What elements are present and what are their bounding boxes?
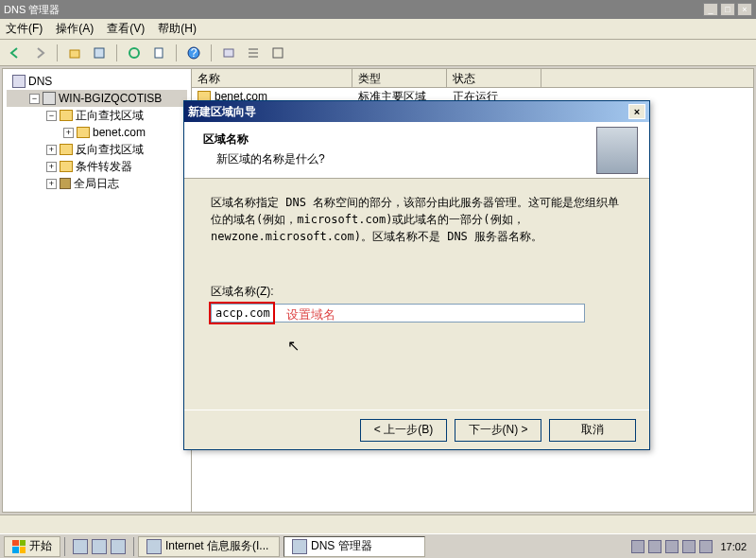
col-type[interactable]: 类型	[352, 69, 447, 87]
iis-icon	[146, 539, 162, 554]
expand-icon[interactable]: +	[46, 179, 57, 189]
expand-icon[interactable]: +	[46, 145, 57, 155]
svg-rect-1	[94, 48, 104, 58]
collapse-icon[interactable]: −	[46, 111, 57, 121]
minimize-button[interactable]: _	[703, 3, 718, 16]
dns-icon	[12, 75, 26, 88]
main-titlebar: DNS 管理器 _ □ ×	[0, 0, 756, 19]
help-button[interactable]: ?	[184, 44, 203, 62]
tree-forwarders[interactable]: +条件转发器	[7, 158, 187, 175]
zone-name-input[interactable]	[211, 304, 585, 323]
dialog-buttons: < 上一步(B) 下一步(N) > 取消	[184, 410, 649, 449]
task-dns[interactable]: DNS 管理器	[284, 536, 425, 557]
windows-logo-icon	[12, 540, 26, 553]
cancel-button[interactable]: 取消	[549, 419, 636, 442]
tree-pane: DNS −WIN-BGIZQCOTISB −正向查找区域 +benet.com …	[3, 69, 192, 512]
tray-icon[interactable]	[648, 540, 662, 553]
up-button[interactable]	[65, 44, 84, 62]
statusbar	[0, 514, 756, 533]
dialog-title: 新建区域向导	[188, 104, 628, 120]
new-zone-wizard-dialog: 新建区域向导 × 区域名称 新区域的名称是什么? 区域名称指定 DNS 名称空间…	[183, 100, 650, 450]
start-button[interactable]: 开始	[4, 536, 60, 557]
task-iis[interactable]: Internet 信息服务(I...	[138, 536, 280, 557]
quick-launch	[69, 539, 129, 554]
back-button[interactable]	[6, 44, 25, 62]
zone-name-label: 区域名称(Z):	[211, 283, 623, 300]
book-icon	[60, 178, 71, 189]
tree-forward-zones[interactable]: −正向查找区域	[7, 107, 187, 124]
properties-button[interactable]	[90, 44, 109, 62]
folder-icon	[60, 110, 73, 121]
tree-server[interactable]: −WIN-BGIZQCOTISB	[7, 90, 187, 107]
tray-volume-icon[interactable]	[682, 540, 696, 553]
tree-root[interactable]: DNS	[7, 73, 187, 90]
next-button[interactable]: 下一步(N) >	[455, 419, 541, 442]
tree-logs[interactable]: +全局日志	[7, 175, 187, 192]
ql-explorer-icon[interactable]	[92, 539, 107, 554]
svg-rect-6	[224, 49, 233, 57]
folder-icon	[60, 144, 73, 155]
col-name[interactable]: 名称	[192, 69, 352, 87]
list-header: 名称 类型 状态	[192, 69, 753, 88]
annotation-text: 设置域名	[286, 305, 335, 324]
expand-icon[interactable]: +	[63, 128, 74, 138]
dialog-close-button[interactable]: ×	[628, 104, 645, 119]
svg-text:?: ?	[191, 46, 198, 60]
tray-network-icon[interactable]	[665, 540, 679, 553]
dialog-header-title: 区域名称	[203, 131, 566, 148]
detail-button[interactable]	[268, 44, 287, 62]
collapse-icon[interactable]: −	[29, 94, 40, 104]
dialog-body: 区域名称指定 DNS 名称空间的部分，该部分由此服务器管理。这可能是您组织单位的…	[184, 179, 649, 410]
main-title: DNS 管理器	[4, 3, 703, 17]
svg-point-2	[129, 48, 139, 58]
maximize-button[interactable]: □	[720, 3, 735, 16]
dialog-header-subtitle: 新区域的名称是什么?	[203, 151, 566, 167]
menu-help[interactable]: 帮助(H)	[158, 21, 197, 37]
taskbar: 开始 Internet 信息服务(I... DNS 管理器 17:02	[0, 533, 756, 558]
folder-icon	[77, 127, 90, 138]
expand-icon[interactable]: +	[46, 162, 57, 172]
menu-action[interactable]: 操作(A)	[56, 21, 94, 37]
list-button[interactable]	[244, 44, 263, 62]
dialog-header: 区域名称 新区域的名称是什么?	[184, 122, 649, 179]
ql-app-icon[interactable]	[111, 539, 126, 554]
tray-icon[interactable]	[699, 540, 713, 553]
menubar: 文件(F) 操作(A) 查看(V) 帮助(H)	[0, 19, 756, 40]
export-button[interactable]	[149, 44, 168, 62]
menu-view[interactable]: 查看(V)	[107, 21, 145, 37]
tree-zone-benet[interactable]: +benet.com	[7, 124, 187, 141]
col-status[interactable]: 状态	[447, 69, 541, 87]
menu-file[interactable]: 文件(F)	[6, 21, 43, 37]
filter-button[interactable]	[219, 44, 238, 62]
svg-rect-0	[70, 50, 79, 58]
forward-button[interactable]	[30, 44, 49, 62]
folder-icon	[60, 161, 73, 172]
toolbar: ?	[0, 40, 756, 66]
dns-icon	[292, 539, 307, 554]
refresh-button[interactable]	[125, 44, 144, 62]
close-button[interactable]: ×	[737, 3, 752, 16]
ql-desktop-icon[interactable]	[73, 539, 88, 554]
dialog-description: 区域名称指定 DNS 名称空间的部分，该部分由此服务器管理。这可能是您组织单位的…	[211, 194, 623, 245]
svg-rect-7	[273, 48, 283, 58]
svg-rect-3	[155, 48, 163, 58]
tree-reverse-zones[interactable]: +反向查找区域	[7, 141, 187, 158]
server-image	[596, 127, 638, 174]
clock[interactable]: 17:02	[716, 541, 747, 552]
system-tray: 17:02	[626, 540, 752, 553]
tray-icon[interactable]	[631, 540, 644, 553]
server-icon	[43, 92, 56, 105]
back-button[interactable]: < 上一步(B)	[360, 419, 447, 442]
dialog-titlebar[interactable]: 新建区域向导 ×	[184, 101, 649, 122]
